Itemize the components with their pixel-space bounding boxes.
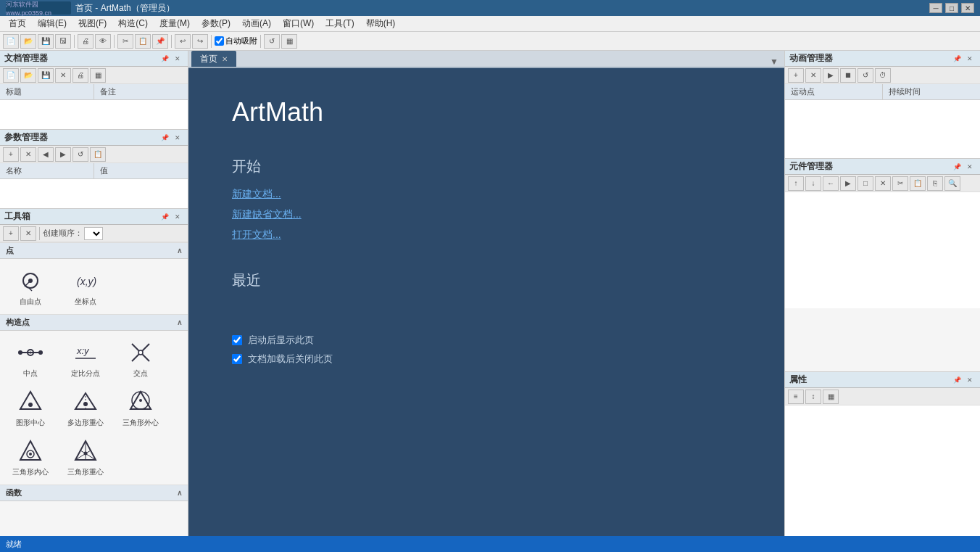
tool-shape-center[interactable]: 图形中心 bbox=[4, 384, 57, 431]
doc-print[interactable]: 🖨 bbox=[72, 68, 88, 83]
tool-triangle-centroid[interactable]: 三角形重心 bbox=[59, 434, 112, 480]
toolbar-save[interactable]: 💾 bbox=[38, 34, 54, 49]
menu-edit[interactable]: 编辑(E) bbox=[32, 16, 72, 31]
toolbar-more[interactable]: ▦ bbox=[281, 34, 297, 49]
tool-incenter[interactable]: 三角形内心 bbox=[4, 434, 57, 480]
menu-tools[interactable]: 工具(T) bbox=[320, 16, 360, 31]
anim-timer[interactable]: ⏱ bbox=[875, 68, 891, 83]
toolbox-close[interactable]: ✕ bbox=[172, 212, 183, 222]
comp-paste[interactable]: ⎘ bbox=[927, 176, 943, 191]
tool-coord-point[interactable]: (x,y) 坐标点 bbox=[59, 263, 112, 310]
comp-down[interactable]: ↓ bbox=[805, 176, 821, 191]
minimize-button[interactable]: ─ bbox=[929, 3, 942, 13]
tool-polygon-centroid[interactable]: 多边形重心 bbox=[59, 384, 112, 431]
props-close[interactable]: ✕ bbox=[964, 375, 976, 385]
toolbox-add[interactable]: + bbox=[3, 226, 19, 241]
param-refresh[interactable]: ↺ bbox=[72, 147, 88, 162]
toolbar-save2[interactable]: 🖫 bbox=[55, 34, 71, 49]
param-manager-close[interactable]: ✕ bbox=[172, 133, 183, 143]
tab-scroll-arrow[interactable]: ▼ bbox=[770, 57, 778, 67]
menu-construct[interactable]: 构造(C) bbox=[112, 16, 154, 31]
anim-manager-pin[interactable]: 📌 bbox=[951, 54, 963, 64]
param-add[interactable]: + bbox=[3, 147, 19, 162]
props-list[interactable]: ≡ bbox=[788, 390, 804, 404]
toolbar-redo[interactable]: ↪ bbox=[192, 34, 208, 49]
tool-free-point[interactable]: 自由点 bbox=[4, 263, 57, 310]
toolbar-paste[interactable]: 📌 bbox=[152, 34, 168, 49]
link-open-doc[interactable]: 打开文档... bbox=[232, 228, 741, 242]
toolbar-print[interactable]: 🖨 bbox=[78, 34, 94, 49]
doc-close[interactable]: ✕ bbox=[55, 68, 71, 83]
tab-home-close[interactable]: ✕ bbox=[222, 55, 228, 63]
param-next[interactable]: ▶ bbox=[55, 147, 71, 162]
comp-up[interactable]: ↑ bbox=[788, 176, 804, 191]
menu-animation[interactable]: 动画(A) bbox=[236, 16, 277, 31]
param-manager-pin[interactable]: 📌 bbox=[159, 133, 170, 143]
section-construct-chevron[interactable]: ∧ bbox=[177, 318, 182, 326]
anim-del[interactable]: ✕ bbox=[805, 68, 821, 83]
menu-help[interactable]: 帮助(H) bbox=[360, 16, 402, 31]
toolbar-open[interactable]: 📂 bbox=[20, 34, 36, 49]
auto-attach-check[interactable]: 自动吸附 bbox=[215, 36, 257, 46]
menu-view[interactable]: 视图(F) bbox=[72, 16, 112, 31]
doc-save[interactable]: 💾 bbox=[38, 68, 54, 83]
comp-manager-close[interactable]: ✕ bbox=[964, 162, 976, 172]
toolbar-undo[interactable]: ↩ bbox=[175, 34, 191, 49]
comp-search[interactable]: 🔍 bbox=[944, 176, 960, 191]
props-grid[interactable]: ▦ bbox=[823, 390, 839, 404]
maximize-button[interactable]: □ bbox=[945, 3, 958, 13]
toolbox-del[interactable]: ✕ bbox=[20, 226, 36, 241]
menu-measure[interactable]: 度量(M) bbox=[154, 16, 196, 31]
show-on-start-checkbox[interactable] bbox=[232, 335, 242, 345]
checkbox-close-on-load[interactable]: 文档加载后关闭此页 bbox=[232, 353, 741, 366]
toolbar-copy[interactable]: 📋 bbox=[135, 34, 151, 49]
anim-loop[interactable]: ↺ bbox=[858, 68, 873, 83]
comp-del[interactable]: ✕ bbox=[875, 176, 891, 191]
section-points-chevron[interactable]: ∧ bbox=[177, 247, 182, 255]
anim-stop[interactable]: ⏹ bbox=[840, 68, 856, 83]
link-new-default-doc[interactable]: 新建缺省文档... bbox=[232, 208, 741, 221]
menu-home[interactable]: 首页 bbox=[3, 16, 32, 31]
comp-cut[interactable]: ✂ bbox=[892, 176, 908, 191]
close-button[interactable]: ✕ bbox=[961, 3, 974, 13]
toolbox-section-construct[interactable]: 构造点 ∧ bbox=[0, 314, 188, 331]
doc-manager-pin[interactable]: 📌 bbox=[159, 54, 170, 64]
tool-circumcenter[interactable]: 三角形外心 bbox=[115, 384, 167, 431]
menu-window[interactable]: 窗口(W) bbox=[277, 16, 320, 31]
comp-copy[interactable]: 📋 bbox=[910, 176, 926, 191]
menu-params[interactable]: 参数(P) bbox=[196, 16, 236, 31]
param-prev[interactable]: ◀ bbox=[38, 147, 54, 162]
close-on-load-checkbox[interactable] bbox=[232, 354, 242, 364]
comp-left[interactable]: ← bbox=[823, 176, 839, 191]
doc-manager-close[interactable]: ✕ bbox=[172, 54, 183, 64]
toolbox-section-functions[interactable]: 函数 ∧ bbox=[0, 485, 188, 501]
comp-play[interactable]: ▶ bbox=[840, 176, 856, 191]
toolbar-new[interactable]: 📄 bbox=[3, 34, 19, 49]
tool-midpoint[interactable]: 中点 bbox=[4, 335, 57, 382]
auto-attach-checkbox[interactable] bbox=[215, 36, 224, 46]
toolbar-refresh[interactable]: ↺ bbox=[264, 34, 280, 49]
tab-home[interactable]: 首页 ✕ bbox=[191, 51, 236, 67]
link-new-doc[interactable]: 新建文档... bbox=[232, 188, 741, 201]
props-sort[interactable]: ↕ bbox=[805, 390, 821, 404]
comp-manager-pin[interactable]: 📌 bbox=[951, 162, 963, 172]
checkbox-show-on-start[interactable]: 启动后显示此页 bbox=[232, 334, 741, 347]
anim-manager-close[interactable]: ✕ bbox=[964, 54, 976, 64]
param-copy[interactable]: 📋 bbox=[90, 147, 106, 162]
param-del[interactable]: ✕ bbox=[20, 147, 36, 162]
toolbar-cut[interactable]: ✂ bbox=[117, 34, 133, 49]
toolbox-pin[interactable]: 📌 bbox=[159, 212, 170, 222]
anim-play[interactable]: ▶ bbox=[823, 68, 839, 83]
doc-open[interactable]: 📂 bbox=[20, 68, 36, 83]
toolbar-preview[interactable]: 👁 bbox=[95, 34, 111, 49]
toolbox-section-points[interactable]: 点 ∧ bbox=[0, 242, 188, 259]
creation-order-select[interactable] bbox=[84, 227, 103, 240]
doc-new[interactable]: 📄 bbox=[3, 68, 19, 83]
tool-intersection[interactable]: 交点 bbox=[115, 335, 167, 382]
doc-more[interactable]: ▦ bbox=[90, 68, 106, 83]
props-pin[interactable]: 📌 bbox=[951, 375, 963, 385]
anim-add[interactable]: + bbox=[788, 68, 804, 83]
comp-new[interactable]: □ bbox=[858, 176, 873, 191]
tool-ratio-point[interactable]: x:y 定比分点 bbox=[59, 335, 112, 382]
section-functions-chevron[interactable]: ∧ bbox=[177, 489, 182, 497]
